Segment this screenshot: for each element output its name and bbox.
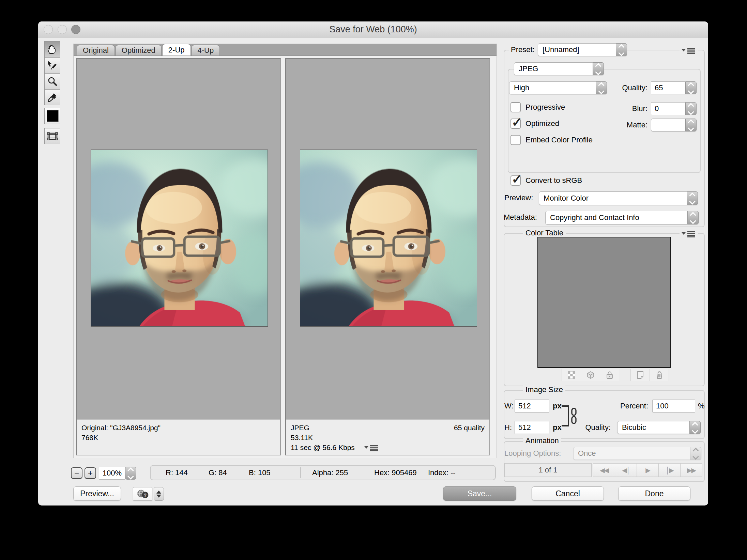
optimized-image <box>300 150 477 327</box>
readout-hex: Hex: 905469 <box>374 468 417 477</box>
optimized-checkbox[interactable]: ✓ <box>510 119 521 129</box>
zoom-out-button[interactable]: − <box>71 467 82 479</box>
done-button[interactable]: Done <box>618 486 690 501</box>
slice-select-tool-button[interactable] <box>44 57 60 73</box>
blur-field[interactable]: 0 <box>651 102 685 115</box>
width-field[interactable]: 512 <box>515 400 549 413</box>
optimized-preview-pane[interactable]: JPEG 65 quality 53.11K 11 sec @ 56.6 Kbp… <box>285 58 490 455</box>
convert-srgb-checkbox[interactable]: ✓ <box>510 175 521 186</box>
cancel-button-label: Cancel <box>555 489 580 498</box>
hand-icon <box>47 44 58 55</box>
preset-menu-button[interactable] <box>680 45 698 56</box>
height-value: 512 <box>518 423 531 432</box>
preview-mode-dropdown[interactable]: Monitor Color <box>539 191 698 205</box>
tab-4up[interactable]: 4-Up <box>192 45 220 56</box>
toggle-slices-visibility-button[interactable] <box>44 128 60 144</box>
minimize-button[interactable] <box>58 25 67 34</box>
resample-quality-dropdown[interactable]: Bicubic <box>617 421 701 434</box>
eyedropper-tool-button[interactable] <box>44 89 60 105</box>
matte-dropdown[interactable] <box>651 119 697 131</box>
optimized-format: JPEG <box>291 423 309 433</box>
looping-options-value: Once <box>578 449 596 458</box>
checkmark-icon: ✓ <box>512 172 522 187</box>
zoom-level-stepper[interactable] <box>125 467 136 480</box>
play-button[interactable]: ▶ <box>637 463 659 477</box>
tab-optimized[interactable]: Optimized <box>116 45 162 56</box>
preset-value: [Unnamed] <box>543 45 579 54</box>
web-shift-button[interactable] <box>581 369 600 381</box>
window-title: Save for Web (100%) <box>38 21 708 37</box>
quality-stepper[interactable] <box>685 81 697 94</box>
dropdown-stepper-icon <box>689 421 701 434</box>
link-icon[interactable] <box>570 407 577 424</box>
preset-dropdown[interactable]: [Unnamed] <box>538 43 627 56</box>
previous-frame-button[interactable]: ◀│ <box>615 463 637 477</box>
readout-index: Index: -- <box>428 468 456 477</box>
width-unit: px <box>553 401 562 411</box>
tab-original[interactable]: Original <box>77 45 115 56</box>
height-field[interactable]: 512 <box>515 421 549 434</box>
width-label: W: <box>504 401 513 411</box>
close-button[interactable] <box>44 25 53 34</box>
zoom-window-button[interactable] <box>71 25 80 34</box>
percent-value: 100 <box>656 402 669 410</box>
blur-stepper[interactable] <box>685 102 697 115</box>
cancel-button[interactable]: Cancel <box>532 486 604 501</box>
lock-color-button[interactable] <box>600 369 619 381</box>
delete-color-button[interactable] <box>650 369 669 381</box>
format-dropdown[interactable]: JPEG <box>514 62 604 75</box>
tab-2up[interactable]: 2-Up <box>162 44 191 56</box>
stepper-up-icon <box>127 467 134 473</box>
preview-area: Original Optimized 2-Up 4-Up Original: "… <box>73 44 497 458</box>
percent-field[interactable]: 100 <box>652 400 695 413</box>
svg-text:?: ? <box>144 493 147 498</box>
zoom-level-value: 100% <box>103 469 122 478</box>
metadata-value: Copyright and Contact Info <box>550 213 639 222</box>
cube-icon <box>586 371 595 379</box>
readout-r: R: 144 <box>166 468 188 477</box>
zoom-tool-button[interactable] <box>44 73 60 89</box>
save-button[interactable]: Save... <box>443 486 516 501</box>
eyedropper-color-swatch[interactable] <box>44 108 60 124</box>
new-page-icon <box>637 371 644 379</box>
map-transparency-button[interactable] <box>562 369 581 381</box>
color-table-menu-button[interactable] <box>680 229 698 239</box>
zoom-level-field[interactable]: 100% <box>99 467 125 480</box>
download-rate-menu-icon[interactable] <box>364 444 379 451</box>
next-frame-button[interactable]: │▶ <box>658 463 681 477</box>
hand-tool-button[interactable] <box>44 41 60 57</box>
color-table-swatch-area[interactable] <box>537 237 671 368</box>
browser-preview-button[interactable]: ? <box>133 487 152 501</box>
view-tab-strip: Original Optimized 2-Up 4-Up <box>74 44 497 56</box>
new-color-button[interactable] <box>630 369 650 381</box>
first-frame-button[interactable]: ◀◀ <box>593 463 615 477</box>
original-info-bar: Original: "GJ3A8954.jpg" 768K <box>77 419 280 455</box>
dimension-link-bracket <box>562 405 569 426</box>
matte-label: Matte: <box>597 120 647 130</box>
zoom-in-button[interactable]: + <box>85 467 96 479</box>
original-preview-pane[interactable]: Original: "GJ3A8954.jpg" 768K <box>76 58 281 455</box>
next-frame-icon: │▶ <box>666 466 673 474</box>
title-bar[interactable]: Save for Web (100%) <box>38 21 708 37</box>
original-image <box>91 150 268 327</box>
quality-field[interactable]: 65 <box>651 81 685 94</box>
looping-options-dropdown[interactable]: Once <box>573 447 701 460</box>
resample-quality-value: Bicubic <box>622 423 646 432</box>
preview-button[interactable]: Preview... <box>73 486 121 501</box>
embed-color-profile-label: Embed Color Profile <box>525 135 593 145</box>
slice-frame-icon <box>47 131 58 142</box>
quality-preset-dropdown[interactable]: High <box>509 81 607 94</box>
preview-mode-label: Preview: <box>504 193 533 203</box>
metadata-dropdown[interactable]: Copyright and Contact Info <box>545 211 699 224</box>
progressive-label: Progressive <box>525 102 565 112</box>
dropdown-stepper-icon <box>616 43 627 56</box>
last-frame-button[interactable]: ▶▶ <box>680 463 702 477</box>
metadata-label: Metadata: <box>504 212 537 222</box>
percent-label: Percent: <box>614 401 648 411</box>
browser-select-stepper[interactable] <box>154 487 164 501</box>
progressive-checkbox[interactable] <box>510 102 521 112</box>
frame-counter-value: 1 of 1 <box>538 466 557 475</box>
save-button-label: Save... <box>468 489 492 498</box>
embed-color-profile-checkbox[interactable] <box>510 135 521 145</box>
last-frame-icon: ▶▶ <box>687 466 696 474</box>
